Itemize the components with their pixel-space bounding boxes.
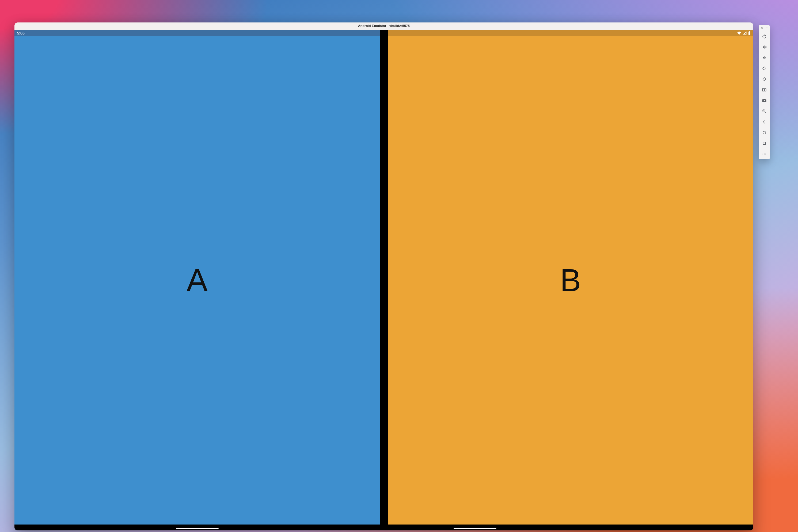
svg-line-10: [765, 112, 766, 113]
status-time: 5:06: [17, 31, 25, 35]
svg-point-15: [762, 153, 763, 154]
svg-rect-6: [762, 88, 764, 91]
volume-down-icon: [762, 55, 767, 60]
volume-up-icon: [762, 45, 767, 50]
overview-button[interactable]: [759, 138, 769, 149]
emulator-window: Android Emulator - <build>:5575 A B 5:06: [15, 22, 753, 530]
battery-icon: [748, 31, 751, 35]
back-button[interactable]: [759, 117, 769, 127]
svg-rect-1: [749, 31, 750, 32]
power-icon: [762, 34, 767, 39]
close-icon[interactable]: [760, 26, 764, 30]
svg-point-17: [765, 153, 766, 154]
rotate-left-button[interactable]: [759, 63, 769, 74]
home-icon: [762, 130, 767, 135]
window-title: Android Emulator - <build>:5575: [358, 24, 410, 28]
status-bar-left[interactable]: 5:06: [15, 30, 380, 36]
svg-rect-14: [763, 142, 765, 144]
more-button[interactable]: [759, 149, 769, 159]
split-divider[interactable]: [380, 30, 388, 530]
home-button[interactable]: [759, 127, 769, 138]
split-screen: A B: [15, 30, 753, 530]
emulator-toolbar: [759, 25, 769, 159]
back-icon: [762, 119, 767, 124]
rotate-right-button[interactable]: [759, 74, 769, 84]
camera-icon: [762, 98, 767, 103]
fold-device-icon: [762, 88, 767, 92]
emulator-screen: A B 5:06: [15, 30, 753, 530]
nav-bar-right[interactable]: [388, 525, 753, 530]
rotate-right-icon: [762, 77, 767, 81]
nav-bar-left[interactable]: [15, 525, 380, 530]
volume-up-button[interactable]: [759, 42, 769, 52]
more-icon: [762, 152, 767, 156]
pane-a[interactable]: A: [15, 30, 380, 530]
pane-b[interactable]: B: [388, 30, 753, 530]
screenshot-button[interactable]: [759, 95, 769, 106]
gesture-bar-right[interactable]: [454, 528, 496, 529]
minimize-icon[interactable]: [765, 26, 768, 30]
svg-point-16: [764, 153, 764, 154]
pane-b-label: B: [560, 264, 581, 296]
toolbar-header: [759, 25, 769, 31]
volume-down-button[interactable]: [759, 52, 769, 63]
zoom-button[interactable]: [759, 106, 769, 117]
svg-rect-7: [764, 88, 766, 91]
status-bar-right[interactable]: [388, 30, 753, 36]
svg-point-8: [763, 100, 765, 101]
svg-point-13: [763, 131, 766, 134]
zoom-icon: [762, 109, 767, 114]
svg-rect-5: [763, 77, 766, 81]
power-button[interactable]: [759, 31, 769, 42]
overview-icon: [762, 141, 767, 146]
gesture-bar-left[interactable]: [176, 528, 219, 529]
pane-a-label: A: [186, 264, 208, 296]
wifi-icon: [737, 32, 741, 35]
rotate-left-icon: [762, 66, 767, 71]
cell-signal-icon: [743, 32, 747, 35]
fold-button[interactable]: [759, 84, 769, 95]
window-titlebar[interactable]: Android Emulator - <build>:5575: [15, 22, 753, 30]
status-icons: [737, 31, 751, 35]
svg-rect-4: [763, 66, 766, 70]
svg-rect-0: [748, 32, 750, 35]
